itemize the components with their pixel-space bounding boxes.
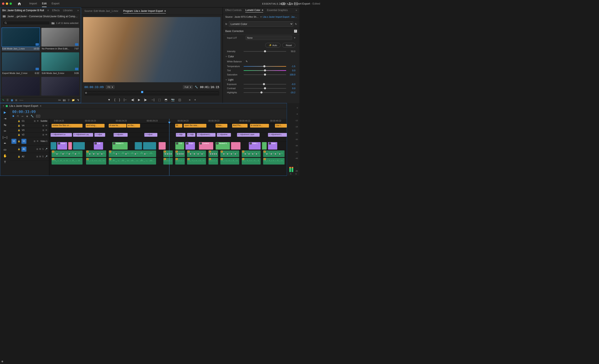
new-bin-icon[interactable]: 📁 [72,99,75,102]
subtitle-clip[interactable]: And Pre... [232,124,247,128]
adjustment-clip[interactable]: Adjust [144,133,157,137]
video-clip[interactable] [231,142,240,150]
video-clip[interactable]: fx Expo [185,142,195,150]
intensity-value[interactable]: 50.0 [288,50,295,52]
marker-icon[interactable]: ◈ [26,115,28,118]
icon-view-icon[interactable]: ▦ [11,99,13,102]
audio-clip[interactable]: fx [109,150,156,157]
list-view-icon[interactable]: ☰ [7,99,9,102]
time-ruler[interactable]: 0:00:14:2300:00:19:2300:00:24:2300:00:29… [49,119,287,123]
video-clip[interactable] [159,142,166,150]
adjustment-clip[interactable]: Adju [187,133,195,137]
audio-clip[interactable]: fx [163,150,173,157]
edit-icon[interactable]: ✎ [2,99,4,102]
timeline-tracks[interactable]: 0:00:14:2300:00:19:2300:00:24:2300:00:29… [49,119,287,175]
exposure-slider[interactable] [244,84,286,85]
subtitle-clip[interactable]: Use t... [275,124,287,128]
adjustment-clip[interactable]: Adjustment Layer [237,133,260,137]
panel-overflow-icon[interactable]: » [296,9,297,12]
video-clip[interactable] [143,142,156,150]
linked-selection-icon[interactable]: ⫘ [21,115,24,118]
eyedropper-icon[interactable]: ✎ [246,60,248,63]
video-clip[interactable]: fx Edit [94,142,103,150]
zoom-fit-dropdown[interactable]: Fit [106,85,115,89]
panel-overflow-icon[interactable]: » [77,9,79,12]
playhead[interactable] [169,119,169,175]
zoom-slider[interactable]: ○— [19,99,23,102]
audio-clip[interactable]: fx [52,158,82,165]
pen-tool-icon[interactable]: ✒ [4,141,7,145]
slip-tool-icon[interactable]: |↔| [3,135,8,139]
comparison-view-icon[interactable]: ◫ [178,98,181,101]
lift-icon[interactable]: ⬚ [158,98,161,101]
subtitle-clip[interactable]: Choo... [216,124,227,128]
resolution-dropdown[interactable]: Full [183,85,193,89]
mode-export[interactable]: Export [52,0,60,7]
light-section-header[interactable]: Light [223,77,300,82]
step-back-icon[interactable]: ◀| [131,98,134,101]
go-to-in-icon[interactable]: |← [124,98,127,101]
audio-clip[interactable]: fx [187,158,206,165]
contrast-slider[interactable] [244,88,286,89]
subtitle-clip[interactable]: and bring... [86,124,105,128]
adjustment-clip[interactable]: Adjustment L [268,133,287,137]
clip-item[interactable] [2,77,40,95]
clip-item[interactable]: Edit Mode Javi_0.mov9:09 [41,52,79,75]
type-tool-icon[interactable]: T [4,160,6,164]
extract-icon[interactable]: ⬒ [165,98,167,101]
freeform-view-icon[interactable]: ⊞ [15,99,17,102]
tint-slider[interactable] [244,70,286,71]
mark-out-icon[interactable]: } [119,98,120,101]
rectangle-tool-icon[interactable]: ▭ [4,148,7,151]
hand-tool-icon[interactable]: ✋ [3,154,7,158]
contrast-value[interactable]: 0.0 [288,87,295,90]
adjustment-clip[interactable]: Adjustment La [51,133,72,137]
settings-wrench-icon[interactable]: 🔧 [195,86,198,88]
step-forward-icon[interactable]: |▶ [144,98,147,101]
auto-button[interactable]: ✨Auto [265,43,281,48]
saturation-value[interactable]: 100.0 [288,73,295,76]
temperature-slider[interactable] [244,66,286,67]
video-clip[interactable]: fx Content [199,142,213,150]
clip-item[interactable]: Export Mode Javi_2.mov6:02 [2,52,40,75]
v1-target-patch[interactable]: V1 [21,139,26,144]
input-lut-select[interactable]: None [246,36,292,40]
audio-clip[interactable]: fx [220,158,239,165]
saturation-slider[interactable] [244,74,286,75]
track-select-tool-icon[interactable]: ⇥ [4,117,7,121]
tint-value[interactable]: 0.0 [288,69,295,72]
clip-item[interactable]: No Premiere in Shot Editi...7:07 [41,28,79,51]
program-monitor-video[interactable] [83,17,220,82]
subtitle-clip[interactable]: W... [175,124,182,128]
sort-icon[interactable]: ≡▾ [58,99,61,102]
source-monitor-tab[interactable]: Source: Edit Mode Javi_1.mov [84,9,118,14]
adjustment-clip[interactable]: Adju [176,133,185,137]
audio-clip[interactable]: fx [109,158,156,165]
audio-clip[interactable]: fx [175,158,185,165]
audio-clip[interactable]: fx [86,158,106,165]
minimize-window[interactable] [6,2,8,5]
button-editor-icon[interactable]: » [189,98,191,101]
monitor-scrubber[interactable] [84,91,219,95]
audio-clip[interactable]: fx [175,150,185,157]
maximize-window[interactable] [9,2,12,5]
adjustment-clip[interactable]: Adjustment L [197,133,216,137]
close-sequence-icon[interactable]: × [3,104,4,107]
subtitle-clip[interactable]: to social m... [250,124,269,128]
reset-button[interactable]: Reset [282,43,295,48]
adjustment-clip[interactable]: Adjustment Lay [73,133,93,137]
captions-icon[interactable]: CC [36,115,40,117]
video-clip[interactable] [73,142,85,150]
audio-clip[interactable]: fx [220,150,239,157]
essential-graphics-tab[interactable]: Essential Graphics [267,9,288,12]
intensity-slider[interactable] [244,51,286,52]
close-window[interactable] [2,2,4,5]
video-clip[interactable] [262,142,267,150]
video-clip[interactable]: fx Save [268,142,277,150]
fx-badge-icon[interactable]: fx [225,23,227,26]
bin-breadcrumb[interactable]: Javier ...ge\Javier - Commercial Shots\J… [0,13,81,20]
basic-correction-toggle[interactable] [294,30,297,33]
add-button-icon[interactable]: + [194,98,196,101]
bin-tab[interactable]: Bin: Javier Editing at Computer B Roll [2,9,44,12]
clip-item[interactable] [41,77,79,95]
